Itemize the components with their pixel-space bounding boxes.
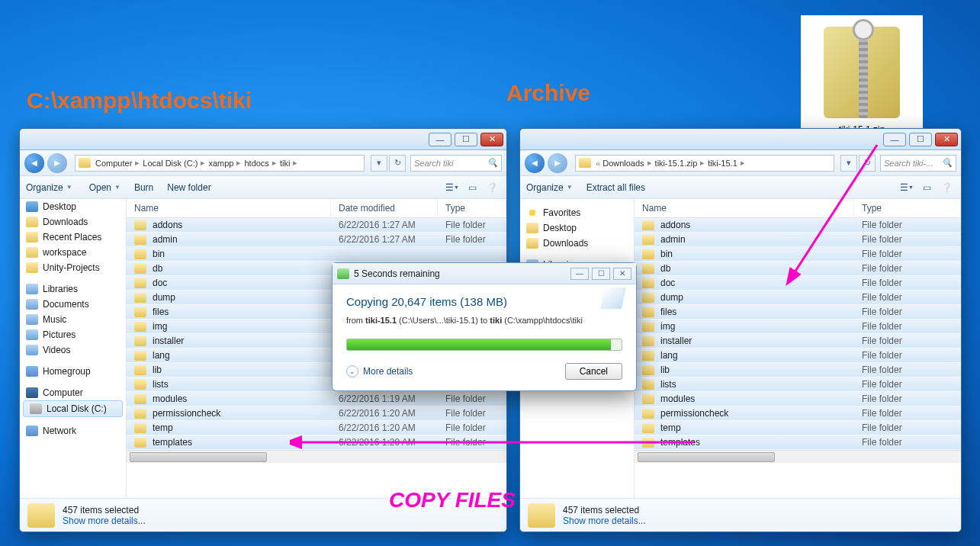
close-button[interactable]: ✕ (613, 268, 631, 280)
file-row[interactable]: libFile folder (635, 363, 961, 377)
refresh-button[interactable]: ↻ (859, 155, 876, 172)
sidebar-item[interactable]: Desktop (520, 220, 634, 236)
file-row[interactable]: permissioncheckFile folder (635, 406, 961, 421)
breadcrumb-segment[interactable]: xampp (208, 159, 233, 168)
file-row[interactable]: modulesFile folder (635, 392, 961, 406)
folder-icon (134, 423, 146, 433)
file-row[interactable]: langFile folder (635, 348, 961, 363)
breadcrumb-segment[interactable]: tiki-15.1.zip (655, 159, 698, 168)
help-button[interactable]: ❔ (484, 180, 500, 195)
horizontal-scrollbar[interactable] (635, 450, 961, 463)
help-button[interactable]: ❔ (938, 180, 955, 195)
organize-menu[interactable]: Organize▼ (526, 182, 573, 193)
minimize-button[interactable]: — (883, 133, 906, 146)
file-row[interactable]: docFile folder (635, 276, 961, 291)
burn-button[interactable]: Burn (134, 182, 153, 193)
dialog-titlebar[interactable]: 5 Seconds remaining — ☐ ✕ (333, 263, 636, 284)
file-row[interactable]: addons6/22/2016 1:27 AMFile folder (127, 218, 506, 233)
maximize-button[interactable]: ☐ (909, 133, 932, 146)
sidebar-category-homegroup[interactable]: Homegroup (20, 364, 126, 379)
search-icon: 🔍 (487, 158, 498, 168)
show-details-link[interactable]: Show more details... (563, 515, 646, 526)
cancel-button[interactable]: Cancel (565, 363, 622, 380)
sidebar-item[interactable]: Downloads (20, 214, 126, 230)
sidebar-category-libraries[interactable]: Libraries (20, 281, 126, 297)
sidebar-icon (26, 247, 38, 258)
sidebar-item[interactable]: Desktop (20, 199, 126, 214)
new-folder-button[interactable]: New folder (167, 182, 210, 193)
folder-icon (528, 503, 555, 528)
sidebar-item[interactable]: Documents (20, 297, 126, 312)
back-button[interactable]: ◄ (525, 153, 545, 173)
file-row[interactable]: bin (127, 247, 506, 262)
sidebar-item[interactable]: Videos (20, 342, 126, 358)
file-row[interactable]: admin6/22/2016 1:27 AMFile folder (127, 233, 506, 247)
view-options-button[interactable]: ☰▼ (898, 180, 915, 195)
horizontal-scrollbar[interactable] (127, 450, 506, 463)
column-headers[interactable]: Name Date modified Type (127, 199, 506, 218)
sidebar-item[interactable]: workspace (20, 245, 126, 260)
file-row[interactable]: addonsFile folder (635, 218, 961, 233)
sidebar-item[interactable]: Unity-Projects (20, 260, 126, 275)
sidebar-category-computer[interactable]: Computer (20, 385, 126, 400)
file-row[interactable]: templatesFile folder (635, 435, 961, 450)
address-bar[interactable]: « Downloads▸tiki-15.1.zip▸tiki-15.1▸ (575, 155, 834, 172)
organize-menu[interactable]: Organize▼ (26, 182, 72, 193)
star-icon (526, 207, 538, 218)
sidebar-item[interactable]: Music (20, 312, 126, 327)
close-button[interactable]: ✕ (480, 133, 503, 146)
sidebar-item[interactable]: Pictures (20, 327, 126, 342)
file-row[interactable]: tempFile folder (635, 421, 961, 435)
search-input[interactable]: Search tiki-...🔍 (880, 155, 956, 172)
address-bar[interactable]: Computer▸Local Disk (C:)▸xampp▸htdocs▸ti… (75, 155, 365, 172)
file-row[interactable]: filesFile folder (635, 305, 961, 320)
file-row[interactable]: modules6/22/2016 1:19 AMFile folder (127, 392, 506, 406)
breadcrumb-segment[interactable]: Local Disk (C:) (143, 159, 198, 168)
breadcrumb-segment[interactable]: tiki (280, 159, 290, 168)
sidebar-category-network[interactable]: Network (20, 423, 126, 438)
file-row[interactable]: permissioncheck6/22/2016 1:20 AMFile fol… (127, 406, 506, 421)
file-row[interactable]: dumpFile folder (635, 291, 961, 305)
folder-icon (642, 394, 654, 404)
sidebar-item[interactable]: Recent Places (20, 230, 126, 245)
breadcrumb-segment[interactable]: htdocs (244, 159, 268, 168)
file-row[interactable]: listsFile folder (635, 377, 961, 392)
file-row[interactable]: binFile folder (635, 247, 961, 262)
minimize-button[interactable]: — (570, 268, 589, 280)
sidebar-icon (26, 217, 38, 227)
column-headers[interactable]: Name Type (635, 199, 961, 218)
refresh-button[interactable]: ↻ (389, 155, 406, 172)
file-row[interactable]: dbFile folder (635, 262, 961, 276)
show-details-link[interactable]: Show more details... (63, 515, 146, 526)
breadcrumb-segment[interactable]: tiki-15.1 (708, 159, 737, 168)
file-row[interactable]: temp6/22/2016 1:20 AMFile folder (127, 421, 506, 435)
forward-button[interactable]: ► (47, 153, 67, 173)
close-button[interactable]: ✕ (935, 133, 958, 146)
titlebar[interactable]: — ☐ ✕ (520, 129, 961, 150)
address-dropdown-button[interactable]: ▾ (371, 155, 387, 172)
extract-all-button[interactable]: Extract all files (586, 182, 645, 193)
forward-button[interactable]: ► (548, 153, 567, 173)
view-options-button[interactable]: ☰▼ (444, 180, 461, 195)
file-row[interactable]: adminFile folder (635, 233, 961, 247)
more-details-toggle[interactable]: ⌄More details (346, 365, 413, 377)
maximize-button[interactable]: ☐ (592, 268, 610, 280)
sidebar-item[interactable]: Local Disk (C:) (23, 400, 123, 417)
maximize-button[interactable]: ☐ (455, 133, 477, 146)
file-row[interactable]: imgFile folder (635, 320, 961, 334)
minimize-button[interactable]: — (429, 133, 451, 146)
preview-pane-button[interactable]: ▭ (464, 180, 480, 195)
titlebar[interactable]: — ☐ ✕ (20, 129, 506, 150)
file-row[interactable]: templates6/22/2016 1:20 AMFile folder (127, 435, 506, 450)
address-dropdown-button[interactable]: ▾ (840, 155, 857, 172)
file-row[interactable]: installerFile folder (635, 334, 961, 348)
breadcrumb-segment[interactable]: Computer (95, 159, 132, 168)
open-button[interactable]: Open▼ (86, 182, 120, 193)
breadcrumb-segment[interactable]: Downloads (602, 159, 644, 168)
preview-pane-button[interactable]: ▭ (918, 180, 935, 195)
sidebar-item[interactable]: Downloads (520, 236, 634, 251)
search-input[interactable]: Search tiki🔍 (410, 155, 502, 172)
back-button[interactable]: ◄ (24, 153, 44, 173)
folder-icon (642, 365, 654, 375)
sidebar-category-favorites[interactable]: Favorites (520, 205, 634, 220)
